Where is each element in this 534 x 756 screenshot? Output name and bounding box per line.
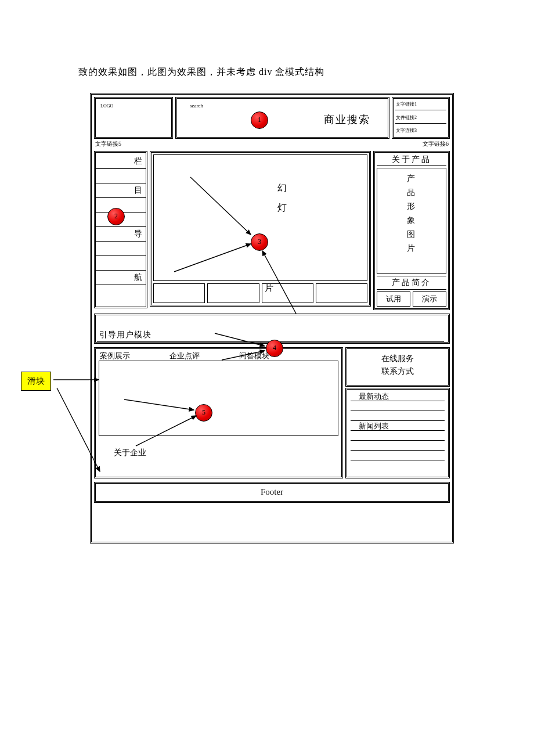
product-title: 关于产品 bbox=[377, 154, 446, 166]
thumb-1[interactable] bbox=[153, 283, 205, 303]
nav-spacer bbox=[96, 169, 146, 183]
slideshow-thumbs: 片 bbox=[153, 283, 367, 303]
wireframe-frame: LOGO search 商业搜索 文字链接1 文件链接2 文字连接3 文字链接5… bbox=[90, 93, 454, 543]
main-row: 栏 目 导 航 幻 灯 片 bbox=[94, 151, 450, 310]
tab-header: 案例展示 企业点评 问答模块 bbox=[99, 351, 338, 360]
news-line bbox=[351, 401, 445, 411]
service-column: 在线服务 联系方式 最新动态 新闻列表 bbox=[345, 347, 450, 478]
header-link-1[interactable]: 文字链接1 bbox=[395, 100, 446, 110]
search-title: 商业搜索 bbox=[324, 113, 370, 127]
product-panel: 关于产品 产 品 形 象 图 片 产品简介 试用 演示 bbox=[373, 151, 450, 310]
footer: Footer bbox=[94, 482, 450, 503]
nav-label: 航 bbox=[134, 272, 142, 283]
thumb-2[interactable] bbox=[207, 283, 259, 303]
about-enterprise: 关于企业 bbox=[114, 448, 338, 458]
news-list[interactable]: 新闻列表 bbox=[351, 421, 445, 431]
header-row: LOGO search 商业搜索 文字链接1 文件链接2 文字连接3 bbox=[94, 97, 450, 139]
thumb-4[interactable] bbox=[316, 283, 367, 303]
slider-label: 滑块 bbox=[21, 372, 51, 391]
nav-spacer bbox=[96, 285, 146, 299]
search-label: search bbox=[190, 103, 203, 109]
tab-review[interactable]: 企业点评 bbox=[168, 351, 201, 360]
header-links: 文字链接1 文件链接2 文字连接3 bbox=[392, 97, 450, 139]
news-box: 最新动态 新闻列表 bbox=[345, 388, 450, 478]
news-line bbox=[351, 431, 445, 441]
search-box[interactable]: search 商业搜索 bbox=[175, 97, 389, 139]
tab-body bbox=[99, 361, 338, 436]
callout-5: 5 bbox=[195, 404, 212, 422]
news-line bbox=[351, 451, 445, 460]
news-line bbox=[351, 441, 445, 451]
logo-box: LOGO bbox=[94, 97, 173, 139]
callout-3: 3 bbox=[251, 233, 268, 251]
sub-link-bar: 文字链接5 文字链接6 bbox=[94, 139, 450, 150]
tab-gap bbox=[131, 351, 168, 360]
guide-module[interactable]: 引导用户模块 bbox=[94, 314, 450, 344]
contact-info[interactable]: 联系方式 bbox=[347, 365, 448, 378]
nav-item-2[interactable]: 目 bbox=[96, 183, 146, 198]
product-buttons: 试用 演示 bbox=[377, 291, 446, 307]
news-line bbox=[351, 411, 445, 421]
online-service[interactable]: 在线服务 bbox=[347, 352, 448, 365]
tab-qa[interactable]: 问答模块 bbox=[238, 351, 270, 360]
product-image: 产 品 形 象 图 片 bbox=[377, 168, 446, 274]
nav-item-4[interactable]: 航 bbox=[96, 271, 146, 285]
demo-button[interactable]: 演示 bbox=[413, 291, 446, 307]
guide-label: 引导用户模块 bbox=[99, 330, 151, 340]
tab-case[interactable]: 案例展示 bbox=[99, 351, 131, 360]
nav-item-1[interactable]: 栏 bbox=[96, 154, 146, 169]
news-latest[interactable]: 最新动态 bbox=[351, 391, 445, 401]
page-caption: 致的效果如图，此图为效果图，并未考虑 div 盒模式结构 bbox=[78, 66, 324, 78]
nav-item-3[interactable]: 导 bbox=[96, 227, 146, 242]
nav-spacer bbox=[96, 242, 146, 256]
header-link-2[interactable]: 文件链接2 bbox=[395, 113, 446, 124]
header-link-3[interactable]: 文字连接3 bbox=[395, 126, 446, 136]
nav-label: 目 bbox=[134, 185, 142, 196]
slideshow-main[interactable]: 幻 灯 bbox=[153, 154, 367, 281]
callout-4: 4 bbox=[266, 340, 283, 357]
tab-gap bbox=[201, 351, 238, 360]
lower-row: 案例展示 企业点评 问答模块 关于企业 在线服务 联系方式 最新动态 bbox=[94, 347, 450, 478]
nav-spacer bbox=[96, 256, 146, 271]
sublink-left[interactable]: 文字链接5 bbox=[95, 140, 121, 148]
thumb-label: 片 bbox=[265, 283, 273, 294]
thumb-3[interactable]: 片 bbox=[262, 283, 313, 303]
logo-text: LOGO bbox=[100, 103, 113, 109]
slideshow-panel: 幻 灯 片 bbox=[150, 151, 371, 307]
slideshow-label: 幻 灯 bbox=[277, 178, 287, 218]
callout-2: 2 bbox=[107, 208, 125, 225]
service-box: 在线服务 联系方式 bbox=[345, 347, 450, 387]
callout-1: 1 bbox=[251, 111, 268, 129]
try-button[interactable]: 试用 bbox=[377, 291, 410, 307]
tabs-panel: 案例展示 企业点评 问答模块 关于企业 bbox=[94, 347, 343, 478]
nav-label: 导 bbox=[134, 229, 142, 239]
left-nav: 栏 目 导 航 bbox=[94, 151, 147, 308]
sublink-right[interactable]: 文字链接6 bbox=[423, 140, 449, 148]
product-intro: 产品简介 bbox=[377, 276, 446, 290]
nav-label: 栏 bbox=[134, 156, 142, 167]
